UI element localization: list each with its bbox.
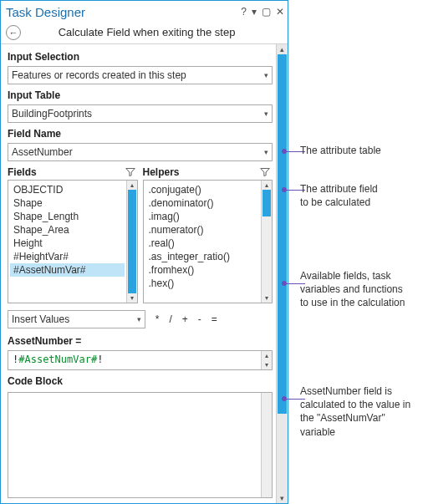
task-designer-pane: Task Designer ? ▾ ▢ ✕ ← Calculate Field … (0, 0, 288, 504)
dropdown-icon[interactable]: ▾ (252, 6, 257, 18)
operator-row: */+-= (150, 313, 217, 325)
list-item[interactable]: .denominator() (145, 196, 260, 210)
expr-variable: #AssetNumVar# (18, 354, 97, 365)
operator-button[interactable]: / (170, 313, 172, 325)
field-name-dropdown[interactable]: AssetNumber ▾ (8, 143, 273, 161)
list-item[interactable]: Shape (10, 196, 125, 210)
chevron-down-icon: ▾ (264, 148, 268, 156)
expression-label: AssetNumber = (8, 335, 273, 347)
filter-icon[interactable] (125, 166, 136, 178)
operator-button[interactable]: + (182, 313, 188, 325)
input-selection-value: Features or records created in this step (12, 69, 186, 81)
field-name-label: Field Name (8, 128, 273, 140)
input-selection-dropdown[interactable]: Features or records created in this step… (8, 66, 273, 84)
form-area: Input Selection Features or records crea… (1, 44, 276, 503)
chevron-down-icon: ▾ (137, 315, 141, 323)
list-item[interactable]: .hex() (145, 277, 260, 290)
pane-scrollbar[interactable]: ▴ ▾ (276, 44, 288, 503)
annotation-text: Available fields, task variables and fun… (300, 269, 420, 310)
list-item[interactable]: .fromhex() (145, 263, 260, 277)
expr-suffix: ! (97, 354, 103, 365)
list-item[interactable]: #AssetNumVar# (10, 263, 125, 277)
expression-stepper[interactable]: ▴▾ (261, 351, 272, 369)
titlebar: Task Designer ? ▾ ▢ ✕ (1, 1, 288, 21)
filter-icon[interactable] (259, 166, 271, 178)
list-item[interactable]: OBJECTID (10, 183, 125, 196)
input-table-value: BuildingFootprints (12, 108, 92, 120)
list-item[interactable]: Shape_Length (10, 210, 125, 223)
subheader: ← Calculate Field when exiting the step (1, 21, 288, 44)
expression-input[interactable]: !#AssetNumVar#! ▴▾ (8, 350, 273, 370)
page-subtitle: Calculate Field when exiting the step (26, 26, 283, 38)
insert-values-dropdown[interactable]: Insert Values ▾ (8, 310, 145, 328)
list-item[interactable]: Shape_Area (10, 223, 125, 237)
list-item[interactable]: .conjugate() (145, 183, 260, 196)
chevron-down-icon: ▾ (264, 109, 268, 118)
code-block-input[interactable] (8, 392, 273, 498)
annotations: The attribute table The attribute field … (288, 0, 423, 504)
list-item[interactable]: .imag() (145, 210, 260, 223)
insert-values-value: Insert Values (12, 313, 69, 325)
fields-label: Fields (8, 166, 37, 178)
helpers-label: Helpers (143, 166, 180, 178)
window-title: Task Designer (6, 5, 85, 19)
maximize-icon[interactable]: ▢ (262, 6, 271, 18)
back-button[interactable]: ← (6, 25, 21, 40)
annotation-text: The attribute field to be calculated (300, 182, 420, 209)
scrollbar[interactable]: ▴ ▾ (126, 181, 137, 303)
close-icon[interactable]: ✕ (276, 6, 284, 18)
helpers-listbox[interactable]: .conjugate().denominator().imag().numera… (143, 180, 273, 303)
operator-button[interactable]: * (155, 313, 160, 325)
fields-listbox[interactable]: OBJECTIDShapeShape_LengthShape_AreaHeigh… (8, 180, 138, 303)
list-item[interactable]: #HeightVar# (10, 250, 125, 263)
annotation-text: AssetNumber field is calculated to the v… (300, 384, 420, 439)
code-block-label: Code Block (8, 375, 273, 387)
field-name-value: AssetNumber (12, 146, 73, 158)
list-item[interactable]: .numerator() (145, 223, 260, 237)
input-selection-label: Input Selection (8, 51, 273, 63)
list-item[interactable]: .real() (145, 237, 260, 250)
chevron-down-icon: ▾ (264, 71, 268, 79)
list-item[interactable]: .as_integer_ratio() (145, 250, 260, 263)
list-item[interactable]: Height (10, 237, 125, 250)
scrollbar[interactable] (261, 393, 272, 497)
operator-button[interactable]: = (212, 313, 217, 325)
scrollbar[interactable]: ▴ ▾ (261, 181, 272, 303)
annotation-text: The attribute table (300, 144, 420, 157)
operator-button[interactable]: - (198, 313, 201, 325)
help-icon[interactable]: ? (241, 6, 247, 18)
input-table-label: Input Table (8, 89, 273, 101)
input-table-dropdown[interactable]: BuildingFootprints ▾ (8, 104, 273, 123)
